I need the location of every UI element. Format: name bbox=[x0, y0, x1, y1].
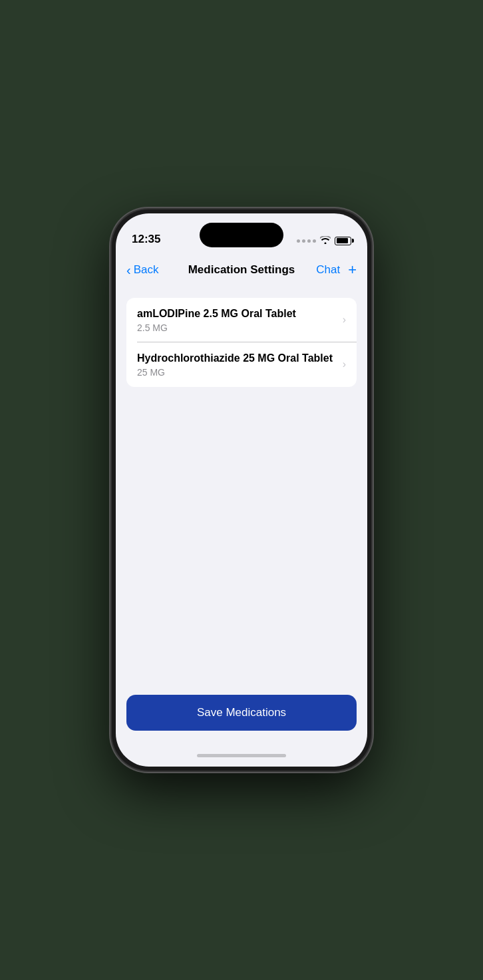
medication-dose-2: 25 MG bbox=[137, 367, 343, 378]
chevron-right-icon-1: › bbox=[343, 314, 346, 326]
nav-actions: Chat + bbox=[310, 263, 357, 277]
back-label: Back bbox=[134, 263, 159, 277]
save-medications-button[interactable]: Save Medications bbox=[126, 695, 357, 731]
bottom-section: Save Medications bbox=[116, 689, 367, 744]
status-icons bbox=[297, 235, 351, 247]
battery-icon bbox=[335, 237, 351, 245]
home-indicator bbox=[116, 744, 367, 767]
chat-button[interactable]: Chat bbox=[316, 263, 340, 277]
back-chevron-icon: ‹ bbox=[126, 263, 131, 277]
wifi-icon bbox=[320, 235, 331, 246]
back-button[interactable]: ‹ Back bbox=[126, 263, 173, 277]
medication-list: amLODIPine 2.5 MG Oral Tablet 2.5 MG › H… bbox=[126, 298, 357, 387]
medication-name-2: Hydrochlorothiazide 25 MG Oral Tablet bbox=[137, 352, 343, 366]
dynamic-island bbox=[200, 223, 283, 247]
page-title: Medication Settings bbox=[173, 263, 310, 277]
signal-dot-2 bbox=[302, 239, 305, 243]
add-button[interactable]: + bbox=[348, 263, 357, 277]
signal-dots bbox=[297, 239, 316, 243]
status-time: 12:35 bbox=[132, 233, 160, 247]
medication-name-1: amLODIPine 2.5 MG Oral Tablet bbox=[137, 307, 343, 321]
nav-bar: ‹ Back Medication Settings Chat + bbox=[116, 253, 367, 287]
medication-dose-1: 2.5 MG bbox=[137, 322, 343, 333]
home-bar bbox=[197, 754, 286, 757]
content-spacer bbox=[126, 398, 357, 679]
signal-dot-1 bbox=[297, 239, 300, 243]
medication-item-2[interactable]: Hydrochlorothiazide 25 MG Oral Tablet 25… bbox=[126, 342, 357, 387]
phone-frame: 12:35 bbox=[112, 209, 371, 771]
medication-item-1[interactable]: amLODIPine 2.5 MG Oral Tablet 2.5 MG › bbox=[126, 298, 357, 342]
signal-dot-3 bbox=[307, 239, 311, 243]
battery-fill bbox=[337, 238, 348, 243]
medication-info-1: amLODIPine 2.5 MG Oral Tablet 2.5 MG bbox=[137, 307, 343, 333]
phone-screen: 12:35 bbox=[116, 213, 367, 767]
medication-info-2: Hydrochlorothiazide 25 MG Oral Tablet 25… bbox=[137, 352, 343, 378]
main-content: amLODIPine 2.5 MG Oral Tablet 2.5 MG › H… bbox=[116, 287, 367, 689]
chevron-right-icon-2: › bbox=[343, 358, 346, 370]
signal-dot-4 bbox=[313, 239, 316, 243]
